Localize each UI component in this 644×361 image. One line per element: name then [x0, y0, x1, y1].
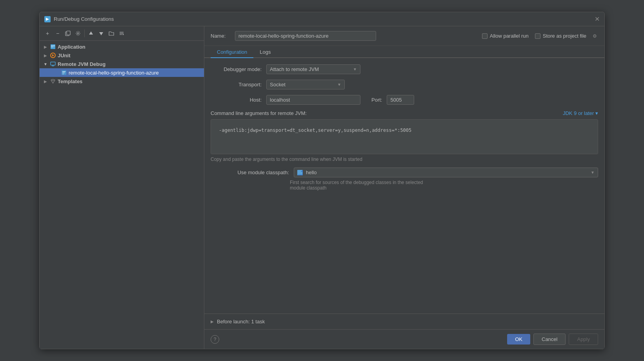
store-project-checkbox[interactable]: [535, 33, 540, 39]
module-classpath-row: Use module classpath: hello ▼: [211, 168, 598, 177]
tree-arrow-application: ▶: [43, 45, 48, 49]
form-area: Debugger mode: Attach to remote JVM ▼ Tr…: [204, 58, 604, 314]
store-project-option[interactable]: Store as project file: [535, 33, 586, 39]
module-select[interactable]: hello ▼: [294, 168, 598, 177]
transport-row: Transport: Socket ▼: [211, 80, 598, 89]
tree-item-templates[interactable]: ▶ Templates: [40, 77, 204, 86]
module-value: hello: [306, 170, 588, 175]
tree-item-junit[interactable]: ▶ JUnit: [40, 51, 204, 60]
allow-parallel-label: Allow parallel run: [490, 33, 529, 39]
dialog-title: Run/Debug Configurations: [54, 16, 591, 22]
svg-rect-22: [62, 74, 64, 74]
tree-arrow-junit: ▶: [43, 53, 48, 58]
module-hint-line2: module classpath: [290, 185, 598, 191]
tree-label-junit: JUnit: [58, 53, 201, 58]
title-bar: Run/Debug Configurations ✕: [40, 12, 604, 26]
cmdline-label: Command line arguments for remote JVM:: [211, 110, 307, 116]
config-tree: ▶ Application ▶: [40, 41, 204, 349]
tab-configuration[interactable]: Configuration: [211, 46, 253, 58]
cmdline-label-row: Command line arguments for remote JVM: J…: [211, 110, 598, 116]
host-port-row: Host: Port:: [211, 95, 598, 105]
host-input[interactable]: [266, 95, 360, 105]
jdk-version-link[interactable]: JDK 9 or later ▾: [563, 110, 598, 116]
debugger-mode-arrow-icon: ▼: [353, 67, 357, 71]
transport-arrow-icon: ▼: [337, 82, 341, 87]
store-project-label: Store as project file: [543, 33, 586, 39]
transport-value: Socket: [270, 82, 334, 88]
tree-arrow-remote-jvm: ▼: [43, 62, 48, 66]
cancel-button[interactable]: Cancel: [533, 334, 566, 345]
svg-rect-13: [51, 47, 53, 47]
main-content: + −: [40, 26, 604, 349]
module-hint: First search for sources of the debugged…: [290, 180, 598, 191]
port-input[interactable]: [387, 95, 414, 105]
add-config-button[interactable]: +: [43, 29, 52, 38]
bottom-bar: ? OK Cancel Apply: [204, 329, 604, 349]
debugger-mode-value: Attach to remote JVM: [270, 66, 350, 72]
name-input[interactable]: [235, 31, 376, 41]
close-button[interactable]: ✕: [595, 15, 600, 23]
tree-item-remote-jvm[interactable]: ▼ Remote JVM Debug: [40, 60, 204, 68]
move-down-button[interactable]: [96, 29, 106, 38]
before-launch-section[interactable]: ▶ Before launch: 1 task: [204, 314, 604, 329]
debugger-mode-select[interactable]: Attach to remote JVM ▼: [266, 64, 360, 74]
module-folder-icon: [297, 170, 303, 175]
module-select-arrow-icon: ▼: [591, 170, 595, 175]
svg-rect-20: [62, 71, 65, 72]
config-tabs: Configuration Logs: [204, 46, 604, 58]
svg-marker-15: [52, 54, 54, 57]
cmdline-args-textarea[interactable]: [216, 124, 593, 148]
name-bar: Name: Allow parallel run Store as projec…: [204, 26, 604, 46]
tree-item-application[interactable]: ▶ Application: [40, 42, 204, 51]
tab-logs[interactable]: Logs: [253, 46, 277, 58]
svg-marker-10: [122, 34, 124, 35]
module-label: Use module classpath:: [211, 170, 289, 175]
templates-icon: [50, 78, 56, 84]
toolbar-separator: [84, 29, 85, 37]
svg-marker-6: [99, 32, 103, 35]
svg-marker-5: [89, 31, 93, 35]
tree-label-remote-jvm: Remote JVM Debug: [58, 61, 201, 67]
cmdline-args-box: [211, 119, 598, 154]
sort-button[interactable]: [117, 29, 126, 38]
svg-rect-3: [67, 31, 70, 35]
app-icon: [44, 16, 51, 22]
junit-icon: [50, 52, 56, 58]
name-field-label: Name:: [211, 33, 230, 39]
cmdline-section: Command line arguments for remote JVM: J…: [211, 110, 598, 162]
host-label: Host:: [211, 97, 262, 103]
settings-config-button[interactable]: [73, 29, 83, 38]
port-label: Port:: [371, 97, 382, 103]
svg-rect-16: [51, 62, 55, 65]
help-button[interactable]: ?: [211, 335, 219, 344]
apply-button[interactable]: Apply: [569, 334, 598, 345]
right-panel: Name: Allow parallel run Store as projec…: [204, 26, 604, 349]
remove-config-button[interactable]: −: [53, 29, 62, 38]
before-launch-label: Before launch: 1 task: [217, 319, 265, 325]
remote-jvm-icon: [50, 61, 56, 67]
transport-label: Transport:: [211, 82, 262, 88]
store-project-gear-icon[interactable]: ⚙: [593, 33, 598, 39]
ok-button[interactable]: OK: [507, 334, 530, 345]
run-debug-dialog: Run/Debug Configurations ✕ + −: [39, 12, 605, 349]
before-launch-arrow-icon: ▶: [211, 319, 214, 324]
folder-button[interactable]: [107, 29, 116, 38]
allow-parallel-option[interactable]: Allow parallel run: [482, 33, 529, 39]
toolbar: + −: [40, 26, 204, 41]
module-hint-line1: First search for sources of the debugged…: [290, 180, 598, 185]
remote-config-icon: [61, 69, 67, 76]
cmdline-hint: Copy and paste the arguments to the comm…: [211, 157, 598, 162]
application-icon: [50, 44, 56, 50]
left-panel: + −: [40, 26, 204, 349]
tree-item-remote-config[interactable]: remote-local-hello-spring-function-azure: [40, 68, 204, 77]
svg-point-4: [77, 33, 79, 34]
debugger-mode-row: Debugger mode: Attach to remote JVM ▼: [211, 64, 598, 74]
move-up-button[interactable]: [86, 29, 96, 38]
tree-label-application: Application: [58, 44, 201, 50]
allow-parallel-checkbox[interactable]: [482, 33, 488, 39]
copy-config-button[interactable]: [63, 29, 73, 38]
svg-rect-21: [62, 73, 65, 73]
debugger-mode-label: Debugger mode:: [211, 66, 262, 72]
tree-arrow-remote-config: [54, 71, 59, 75]
transport-select[interactable]: Socket ▼: [266, 80, 345, 89]
